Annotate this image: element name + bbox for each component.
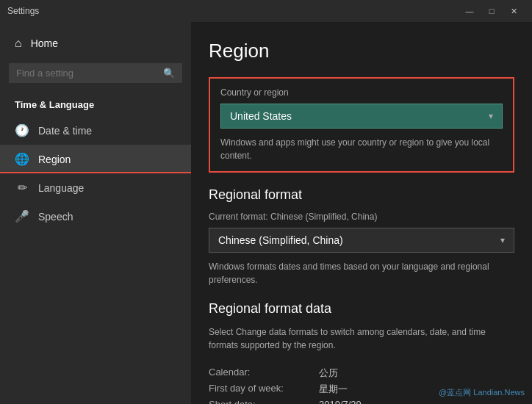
data-table: Calendar:公历First day of week:星期一Short da… xyxy=(209,367,514,404)
table-row: 公历 xyxy=(319,367,514,380)
minimize-button[interactable]: — xyxy=(459,4,481,18)
table-row: Calendar: xyxy=(209,367,312,380)
maximize-button[interactable]: □ xyxy=(481,4,503,18)
format-label: Current format: Chinese (Simplified, Chi… xyxy=(209,212,514,222)
sidebar-item-home[interactable]: ⌂ Home xyxy=(0,29,191,57)
country-region-section: Country or region United States ▾ Window… xyxy=(209,77,514,173)
sidebar: ⌂ Home 🔍 Time & Language 🕐 Date & time 🌐… xyxy=(0,22,191,404)
table-row: Short date: xyxy=(209,399,312,404)
sidebar-home-label: Home xyxy=(31,37,58,49)
titlebar-title: Settings xyxy=(7,6,39,16)
app-body: ⌂ Home 🔍 Time & Language 🕐 Date & time 🌐… xyxy=(0,22,532,404)
chevron-down-icon: ▾ xyxy=(489,111,493,121)
clock-icon: 🕐 xyxy=(15,123,29,137)
close-button[interactable]: ✕ xyxy=(503,4,525,18)
search-icon: 🔍 xyxy=(163,68,175,79)
region-icon: 🌐 xyxy=(15,152,29,166)
format-dropdown[interactable]: Chinese (Simplified, China) ▾ xyxy=(209,228,514,253)
country-dropdown[interactable]: United States ▾ xyxy=(220,104,503,129)
titlebar-controls: — □ ✕ xyxy=(459,4,525,18)
search-input[interactable] xyxy=(16,68,163,79)
page-title: Region xyxy=(209,40,514,62)
format-value: Chinese (Simplified, China) xyxy=(218,234,343,246)
sidebar-item-date-time[interactable]: 🕐 Date & time xyxy=(0,116,191,145)
chevron-down-icon-2: ▾ xyxy=(500,235,505,245)
regional-data-description: Select Change data formats to switch amo… xyxy=(209,325,514,352)
watermark: @蓝点网 Landian.News xyxy=(439,387,525,398)
table-row: First day of week: xyxy=(209,383,312,396)
sidebar-item-language[interactable]: ✏ Language xyxy=(0,173,191,202)
country-value: United States xyxy=(230,110,292,122)
regional-data-title: Regional format data xyxy=(209,301,514,317)
sidebar-item-label: Speech xyxy=(38,211,73,223)
speech-icon: 🎤 xyxy=(15,209,29,223)
sidebar-item-region[interactable]: 🌐 Region xyxy=(0,145,191,173)
sidebar-section-title: Time & Language xyxy=(0,89,191,116)
table-row: 2019/7/29 xyxy=(319,399,514,404)
country-description: Windows and apps might use your country … xyxy=(220,136,503,162)
regional-format-title: Regional format xyxy=(209,187,514,203)
search-box: 🔍 xyxy=(9,63,182,83)
format-description: Windows formats dates and times based on… xyxy=(209,260,514,286)
language-icon: ✏ xyxy=(15,181,29,195)
titlebar: Settings — □ ✕ xyxy=(0,0,532,22)
home-icon: ⌂ xyxy=(15,37,22,50)
sidebar-item-label: Region xyxy=(38,154,71,165)
sidebar-item-label: Date & time xyxy=(38,125,92,137)
main-content: Region Country or region United States ▾… xyxy=(191,22,532,404)
country-label: Country or region xyxy=(220,87,503,98)
sidebar-item-label: Language xyxy=(38,182,84,194)
sidebar-item-speech[interactable]: 🎤 Speech xyxy=(0,202,191,231)
